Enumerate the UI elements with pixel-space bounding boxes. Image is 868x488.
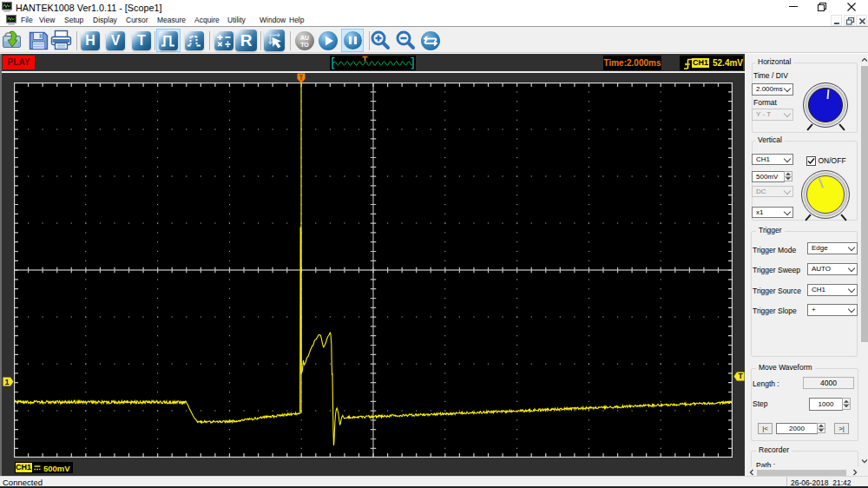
svg-text:1: 1 (4, 377, 9, 386)
svg-text:T: T (738, 372, 743, 380)
